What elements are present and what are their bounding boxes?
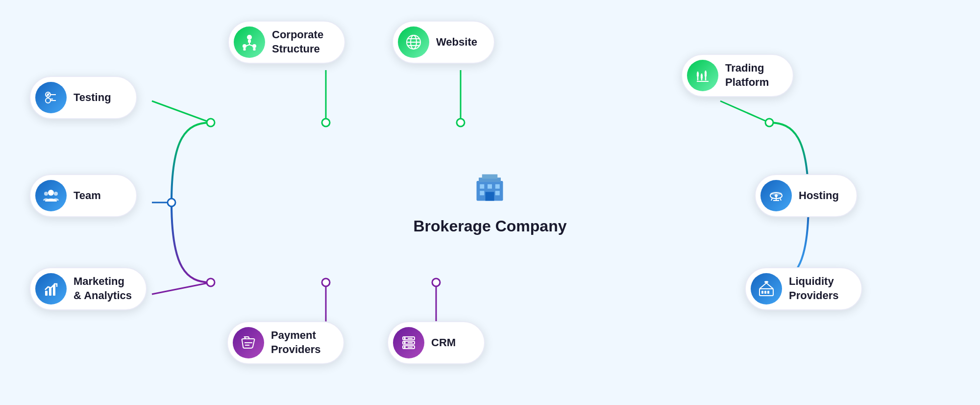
svg-line-4	[152, 101, 211, 123]
svg-point-78	[404, 337, 406, 339]
svg-rect-27	[495, 191, 500, 195]
testing-label: Testing	[74, 91, 111, 105]
diagram-container: Brokerage Company CorporateStructure	[0, 0, 980, 405]
crm-node[interactable]: CRM	[387, 321, 485, 364]
svg-point-57	[48, 190, 54, 196]
testing-node[interactable]: Testing	[29, 76, 137, 119]
svg-point-59	[54, 192, 58, 196]
svg-point-47	[46, 98, 50, 103]
corporate-structure-label: CorporateStructure	[272, 28, 323, 56]
website-node[interactable]: Website	[392, 21, 495, 64]
center-label: Brokerage Company	[414, 217, 567, 235]
svg-point-63	[775, 194, 778, 197]
svg-rect-26	[480, 191, 485, 195]
svg-rect-34	[244, 48, 246, 51]
trading-icon	[687, 60, 718, 91]
website-icon	[398, 26, 429, 58]
marketing-node[interactable]: Marketing& Analytics	[29, 267, 147, 310]
team-node[interactable]: Team	[29, 174, 137, 217]
payment-icon	[233, 327, 264, 358]
hosting-label: Hosting	[799, 189, 839, 203]
svg-rect-66	[45, 291, 48, 296]
liquidity-label: LiquidityProviders	[789, 275, 839, 303]
svg-rect-72	[767, 291, 769, 294]
testing-icon	[35, 82, 67, 113]
svg-point-20	[432, 278, 440, 286]
svg-rect-23	[480, 184, 485, 189]
team-label: Team	[74, 189, 101, 203]
svg-point-16	[168, 199, 175, 206]
svg-line-64	[771, 198, 772, 201]
trading-platform-node[interactable]: TradingPlatform	[681, 54, 794, 97]
svg-rect-53	[697, 73, 699, 76]
svg-rect-24	[488, 184, 492, 189]
marketing-label: Marketing& Analytics	[74, 275, 132, 303]
svg-rect-25	[495, 184, 500, 189]
svg-line-5	[720, 101, 769, 123]
payment-node[interactable]: PaymentProviders	[227, 321, 344, 364]
svg-rect-54	[701, 75, 703, 78]
svg-point-80	[404, 342, 406, 344]
svg-point-12	[322, 119, 330, 127]
crm-label: CRM	[431, 336, 456, 350]
trading-platform-label: TradingPlatform	[725, 61, 769, 89]
hosting-node[interactable]: Hosting	[755, 174, 858, 217]
svg-point-58	[44, 192, 48, 196]
liquidity-icon	[751, 273, 782, 304]
svg-rect-67	[49, 288, 51, 296]
svg-point-19	[322, 278, 330, 286]
svg-rect-70	[761, 291, 763, 294]
svg-point-31	[247, 35, 252, 40]
svg-point-18	[207, 278, 215, 286]
team-icon	[35, 180, 67, 211]
svg-point-14	[207, 119, 215, 127]
building-icon	[472, 170, 508, 212]
svg-point-74	[764, 281, 768, 283]
crm-icon	[393, 327, 424, 358]
svg-rect-55	[705, 72, 707, 76]
hosting-icon	[760, 180, 792, 211]
svg-rect-36	[253, 48, 256, 51]
website-label: Website	[436, 35, 477, 50]
svg-rect-30	[482, 175, 498, 179]
corporate-icon	[234, 26, 265, 58]
svg-line-8	[152, 282, 211, 294]
liquidity-node[interactable]: LiquidityProviders	[745, 267, 862, 310]
marketing-icon	[35, 273, 67, 304]
svg-point-13	[457, 119, 465, 127]
svg-point-82	[404, 346, 406, 348]
svg-rect-68	[53, 285, 55, 296]
center-node: Brokerage Company	[414, 170, 567, 235]
svg-rect-71	[764, 291, 766, 294]
svg-point-15	[765, 119, 773, 127]
svg-rect-28	[486, 192, 494, 201]
svg-rect-32	[248, 40, 251, 43]
payment-label: PaymentProviders	[271, 329, 321, 356]
corporate-structure-node[interactable]: CorporateStructure	[228, 21, 345, 64]
svg-line-65	[780, 198, 781, 201]
